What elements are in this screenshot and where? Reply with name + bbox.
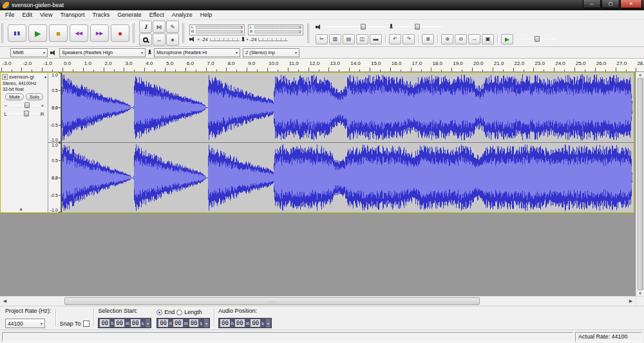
recording-meter[interactable]: L R (248, 24, 303, 35)
end-radio[interactable] (156, 310, 162, 315)
time-digit[interactable]: 00 (220, 319, 230, 327)
playback-speed-slider[interactable] (515, 36, 556, 42)
project-rate-select[interactable]: 44100 ▾ (5, 319, 45, 328)
menu-analyze[interactable]: Analyze (168, 10, 196, 19)
time-unit[interactable]: s (261, 321, 264, 326)
time-unit[interactable]: m (126, 321, 129, 326)
playback-device-select[interactable]: Speakers (Realtek High ▾ (59, 48, 146, 57)
menu-transport[interactable]: Transport (56, 10, 88, 19)
time-digit[interactable]: 00 (158, 319, 168, 327)
length-radio-label[interactable]: Length (184, 309, 202, 315)
record-button[interactable]: ● (111, 24, 129, 42)
pan-slider[interactable] (9, 111, 39, 117)
time-digit[interactable]: 00 (100, 319, 109, 327)
gain-slider-thumb[interactable] (24, 102, 30, 108)
time-unit[interactable]: m (246, 321, 250, 326)
zoom-in-button[interactable]: ⊕ (441, 34, 453, 44)
gain-slider[interactable] (10, 102, 39, 109)
playback-meter[interactable]: L R (189, 24, 245, 35)
end-radio-label[interactable]: End (164, 309, 175, 315)
output-volume-thumb[interactable] (361, 24, 366, 30)
toolbar-grabber[interactable] (133, 23, 136, 43)
play-button[interactable]: ▶ (28, 24, 47, 42)
menu-tracks[interactable]: Tracks (89, 10, 114, 19)
envelope-tool-button[interactable]: ⋈ (153, 21, 166, 33)
undo-button[interactable]: ↶ (389, 34, 401, 44)
close-button[interactable]: ✕ (620, 0, 642, 8)
output-volume-slider[interactable] (325, 24, 386, 30)
pan-slider-thumb[interactable] (24, 111, 29, 116)
time-unit[interactable]: s (142, 321, 144, 326)
toolbar-grabber[interactable] (307, 23, 310, 43)
zoom-tool-button[interactable] (139, 33, 152, 46)
menu-edit[interactable]: Edit (19, 10, 37, 19)
input-volume-thumb[interactable] (415, 24, 420, 30)
zoom-out-button[interactable]: ⊖ (455, 34, 467, 44)
menu-generate[interactable]: Generate (113, 10, 146, 19)
dropdown-arrow-icon[interactable]: ▾ (146, 319, 150, 328)
time-digit[interactable]: 00 (131, 319, 140, 327)
maximize-button[interactable]: ▢ (601, 0, 620, 8)
time-unit[interactable]: m (184, 321, 188, 326)
timeshift-tool-button[interactable]: ↔ (153, 33, 166, 46)
horizontal-scrollbar-track[interactable]: ··· (10, 297, 626, 306)
draw-tool-button[interactable]: ✎ (166, 21, 179, 33)
timeline-ruler[interactable]: -3.0-2.0-1.00.01.02.03.04.05.06.07.08.09… (0, 59, 644, 72)
track-menu-arrow-icon[interactable]: ▾ (44, 75, 46, 79)
audio-position-field[interactable]: 00h00m00s▾ (218, 318, 272, 328)
selection-tool-button[interactable]: I (139, 21, 152, 33)
horizontal-scrollbar-thumb[interactable]: ··· (64, 297, 480, 305)
time-unit[interactable]: h (111, 321, 113, 326)
track-name[interactable]: svenson-gi (9, 74, 34, 80)
scroll-left-arrow-icon[interactable]: ◀ (0, 297, 10, 306)
skip-to-end-button[interactable]: ▶▶ (90, 24, 109, 42)
menu-help[interactable]: Help (196, 10, 216, 19)
fit-project-button[interactable]: ▣ (482, 34, 494, 44)
time-digit[interactable]: 00 (189, 319, 199, 327)
dropdown-arrow-icon[interactable]: ▾ (204, 319, 209, 328)
recording-device-select[interactable]: Microphone (Realtek Hi ▾ (154, 48, 240, 57)
length-radio[interactable] (176, 310, 182, 315)
selection-end-field[interactable]: 00h00m00s▾ (156, 318, 210, 328)
toolbar-grabber[interactable] (182, 23, 185, 43)
playback-speed-thumb[interactable] (535, 36, 540, 42)
scroll-down-arrow-icon[interactable]: ▼ (638, 292, 642, 295)
selection-start-field[interactable]: 00h00m00s▾ (98, 318, 151, 328)
audio-host-select[interactable]: MME ▾ (10, 48, 48, 57)
dropdown-arrow-icon[interactable]: ▾ (247, 37, 249, 41)
time-unit[interactable]: h (231, 321, 234, 326)
time-unit[interactable]: h (169, 321, 172, 326)
time-digit[interactable]: 00 (115, 319, 124, 327)
cut-button[interactable]: ✂ (316, 34, 328, 44)
horizontal-scrollbar[interactable]: ◀ ··· ▶ (0, 296, 644, 306)
stop-button[interactable]: ■ (49, 24, 68, 42)
mute-button[interactable]: Mute (5, 93, 24, 100)
dropdown-arrow-icon[interactable]: ▾ (198, 37, 200, 41)
track-close-button[interactable]: ✕ (2, 74, 8, 80)
time-digit[interactable]: 00 (251, 319, 260, 327)
menu-effect[interactable]: Effect (146, 10, 168, 19)
track-collapse-button[interactable]: ▲ (19, 207, 23, 211)
copy-button[interactable]: ▥ (329, 34, 341, 44)
vertical-scrollbar-thumb[interactable] (638, 78, 643, 290)
play-at-speed-button[interactable]: ▶ (501, 34, 513, 44)
sync-lock-button[interactable]: ≣ (422, 34, 434, 44)
time-digit[interactable]: 00 (173, 319, 183, 327)
minimize-button[interactable]: ─ (583, 0, 601, 8)
scroll-up-arrow-icon[interactable]: ▲ (638, 73, 642, 77)
toolbar-grabber[interactable] (1, 23, 5, 43)
snap-to-checkbox[interactable] (83, 320, 90, 327)
waveform-channel-left[interactable] (61, 73, 634, 142)
paste-button[interactable]: ▤ (343, 34, 355, 44)
menu-view[interactable]: View (36, 10, 56, 19)
waveform-channel-right[interactable] (61, 143, 634, 212)
time-digit[interactable]: 00 (235, 319, 245, 327)
recording-channels-select[interactable]: 2 (Stereo) Inp ▾ (243, 48, 299, 57)
trim-audio-button[interactable]: ◫ (356, 34, 368, 44)
silence-audio-button[interactable]: ▬ (370, 34, 382, 44)
time-unit[interactable]: s (200, 321, 202, 326)
menu-file[interactable]: File (1, 10, 19, 19)
input-volume-slider[interactable] (396, 24, 442, 30)
scroll-right-arrow-icon[interactable]: ▶ (626, 297, 636, 306)
multi-tool-button[interactable]: ∗ (166, 33, 179, 46)
